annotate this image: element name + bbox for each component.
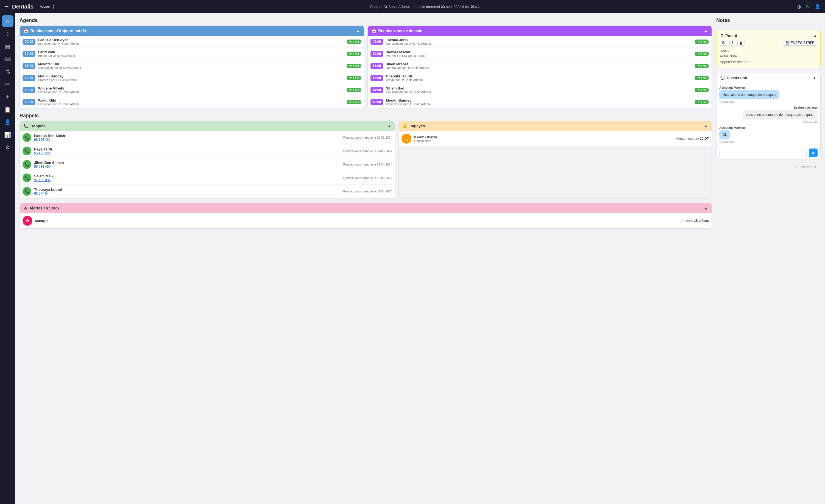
postit-icon: 🗒 [720,33,724,38]
sidebar-item-settings[interactable]: ⚙ [2,142,13,153]
list-item[interactable]: 💰 Karim Gharbi Consultation Montant impa… [399,131,711,146]
rappel-phone[interactable]: 55 433 221 [34,151,341,155]
agenda-tomorrow-body: 09:00 Takoua Jerbi Consultation par Dr S… [368,36,712,108]
rappel-name: Fadoua Ben Salah [34,134,341,138]
impayes-body: 💰 Karim Gharbi Consultation Montant impa… [399,131,711,146]
appt-sub: Réparation par Dr Sonia Arfaoui [386,66,692,70]
appt-time: 12:00 [371,75,383,81]
save-button[interactable]: 💾 ENREGISTRER [783,40,817,46]
appt-row[interactable]: 15:00 Walid Klibi Extraction par Dr Soni… [20,96,364,108]
sidebar-item-calendar[interactable]: ▦ [2,40,13,52]
appt-row[interactable]: 12:00 Chaouki Troudi Bridge par Dr Sonia… [368,72,712,84]
message-group-right: Dr Sonia Arfaoui passe une commande de m… [719,106,818,123]
appt-name: Jihen Mrabet [386,62,692,66]
appt-name: Farid Wafi [38,50,344,54]
postit-content[interactable]: note...Autre Note.Appeler le délégué [720,48,817,65]
italic-button[interactable]: I [730,40,735,46]
rappel-phone[interactable]: 55 983 490 [34,165,341,169]
appt-time: 13:00 [22,87,35,93]
rappels-chevron[interactable]: ▲ [387,124,391,128]
send-button[interactable]: ➤ [809,149,818,157]
topbar-icons: ◑ ↻ 👤 [797,3,821,10]
theme-icon[interactable]: ◑ [797,4,801,10]
bold-button[interactable]: B [720,40,727,46]
discussion-input[interactable] [719,149,807,157]
rappels-card-title: Rappels [30,124,45,128]
rappel-name: Baya Tardi [34,147,341,151]
sidebar-item-keyboard[interactable]: ⌨ [2,53,13,65]
alertes-chevron[interactable]: ▲ [704,206,708,210]
msg-time: 3 hours ago [719,140,734,143]
appt-row[interactable]: 12:00 Mouldi Banney Prothèse par Dr Soni… [20,72,364,84]
refresh-icon[interactable]: ↻ [806,3,810,10]
rappels-section: Rappels 📞 Rappels ▲ 📞 Fadoua Ben Sala [19,113,712,198]
sidebar-item-home[interactable]: ⌂ [2,15,13,27]
appt-info: Takoua Jerbi Consultation par Dr Sonia A… [386,38,692,45]
appt-row[interactable]: 11:00 Jihen Mrabet Réparation par Dr Son… [368,60,712,72]
sidebar-item-user[interactable]: 👤 [2,116,13,128]
impaye-name: Karim Gharbi [414,135,673,139]
appt-name: Mokhtar Tlili [38,62,344,66]
appt-info: Jawher Msekni Prothèse par Dr Sonia Arfa… [386,50,692,57]
appt-info: Mouldi Banney Prothèse par Dr Sonia Arfa… [38,74,344,82]
appt-info: Faouzia Ben Ayed Extraction par Dr Sonia… [38,38,344,45]
agenda-today-chevron[interactable]: ▲ [356,28,360,33]
sidebar-item-edit[interactable]: ✏ [2,79,13,90]
agenda-title: Agenda [19,17,712,23]
sidebar-item-reports[interactable]: 📋 [2,104,13,115]
appt-row[interactable]: 10:00 Farid Wafi Bridge par Dr Sonia Arf… [20,48,364,60]
list-item[interactable]: 📞 Thouraya Loumi 98 677 544 Rendez-vous … [20,185,395,198]
agenda-tomorrow-chevron[interactable]: ▲ [704,28,708,33]
rappel-date: Rendez-vous manqué le 14-03-2024 [343,149,392,153]
appt-badge: Pas fini [347,100,361,104]
rappel-phone[interactable]: 98 765 432 [34,138,341,142]
appt-badge: Pas fini [694,64,709,68]
app-title: Dentalis [12,4,33,10]
msg-bubble: passe une commande de masques et de gant… [743,110,818,119]
list-item[interactable]: 📞 Baya Tardi 55 433 221 Rendez-vous manq… [20,144,395,158]
appt-info: Wijdene Mlouhi Extraction par Dr Sonia A… [38,86,344,94]
user-icon[interactable]: 👤 [815,4,821,10]
sidebar-item-star[interactable]: ✦ [2,91,13,103]
underline-button[interactable]: U [737,40,745,46]
menu-icon[interactable]: ☰ [4,4,9,10]
appt-row[interactable]: 13:00 Wijdene Mlouhi Extraction par Dr S… [20,84,364,96]
appt-row[interactable]: 15:00 Mouldi Banney Blanchiment par Dr S… [368,96,712,108]
appt-row[interactable]: 11:00 Mokhtar Tlili Réparation par Dr So… [20,60,364,72]
appt-name: Faouzia Ben Ayed [38,38,344,42]
appt-row[interactable]: 09:00 Takoua Jerbi Consultation par Dr S… [368,36,712,48]
appt-sub: Réparation par Dr Sonia Arfaoui [38,66,344,70]
agenda-today-title: Rendez-vous d'Aujourd'hui (6) [30,28,86,33]
accueil-button[interactable]: Accueil [37,4,54,9]
impaye-amount: Montant impayé 10 DT [676,137,709,141]
sidebar-item-stats[interactable]: 📊 [2,129,13,141]
list-item[interactable]: 📞 Jihen Ben Slimen 55 983 490 Rendez-vou… [20,158,395,171]
appt-row[interactable]: 10:00 Jawher Msekni Prothèse par Dr Soni… [368,48,712,60]
list-item[interactable]: 📞 Salem Melki 97 122 092 Rendez-vous man… [20,171,395,185]
impayes-chevron[interactable]: ▲ [704,124,708,128]
appt-row[interactable]: 08:00 Faouzia Ben Ayed Extraction par Dr… [20,36,364,48]
appt-info: Sihem Badi Consultation par Dr Sonia Arf… [386,86,692,94]
appt-time: 12:00 [22,75,35,81]
appt-info: Mokhtar Tlili Réparation par Dr Sonia Ar… [38,62,344,70]
rappel-phone[interactable]: 98 677 544 [34,192,341,195]
calendar-tomorrow-icon: 📅 [372,28,376,33]
sidebar: ⌂ ☺ ▦ ⌨ ⚗ ✏ ✦ 📋 👤 📊 ⚙ [0,13,15,504]
appt-time: 15:00 [371,99,383,105]
rappel-phone[interactable]: 97 122 092 [34,178,341,182]
appt-name: Jawher Msekni [386,50,692,54]
appt-time: 10:00 [22,51,35,57]
postit-chevron[interactable]: ▲ [813,33,817,38]
list-item[interactable]: 📞 Fadoua Ben Salah 98 765 432 Rendez-vou… [20,131,395,144]
list-item[interactable]: ⚙ Masque en stock 18 pièces [20,213,711,228]
postit-title: 🗒 Post-it [720,33,737,38]
rappel-date: Rendez-vous manqué le 02-04-2024 [343,190,392,193]
sidebar-item-lab[interactable]: ⚗ [2,66,13,77]
rappel-info: Salem Melki 97 122 092 [34,174,341,182]
sidebar-item-patients[interactable]: ☺ [2,28,13,39]
appt-row[interactable]: 14:00 Sihem Badi Consultation par Dr Son… [368,84,712,96]
appt-sub: Prothèse par Dr Sonia Arfaoui [38,78,344,82]
appt-badge: Pas fini [347,39,361,44]
phone-icon: 📞 [24,124,28,128]
discussion-chevron[interactable]: ▲ [813,76,817,80]
